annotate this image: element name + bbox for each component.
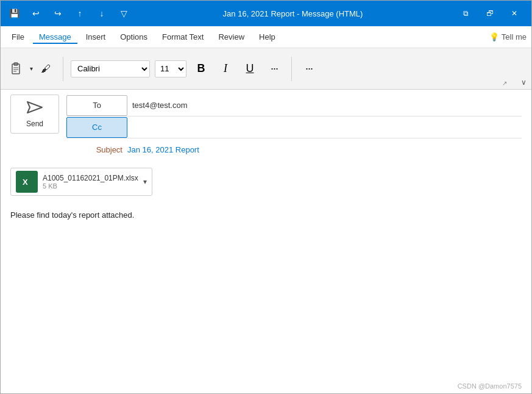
more-formatting-btn[interactable]: ··· bbox=[264, 59, 284, 79]
dropdown-btn[interactable]: ▽ bbox=[115, 5, 132, 22]
svg-text:X: X bbox=[23, 177, 28, 187]
attachment-size: 5 KB bbox=[43, 182, 138, 190]
menu-bar: File Message Insert Options Format Text … bbox=[1, 26, 531, 48]
excel-svg: X bbox=[20, 175, 34, 188]
ribbon-sep-1 bbox=[63, 57, 63, 81]
compose-header: Send To test4@test.com Cc Subject Jan 16… bbox=[1, 90, 531, 160]
restore-btn[interactable]: 🗗 bbox=[478, 1, 502, 26]
send-icon bbox=[26, 101, 43, 114]
subject-value: Jan 16, 2021 Report bbox=[127, 143, 522, 157]
font-size-select[interactable]: 11 bbox=[155, 60, 186, 77]
send-label: Send bbox=[26, 120, 43, 128]
tell-me-label: Tell me bbox=[502, 32, 527, 41]
excel-icon: X bbox=[16, 171, 38, 193]
cc-field-row: Cc bbox=[66, 116, 522, 138]
title-bar: 💾 ↩ ↪ ↑ ↓ ▽ Jan 16, 2021 Report - Messag… bbox=[1, 1, 531, 26]
menu-message[interactable]: Message bbox=[33, 30, 77, 44]
underline-btn[interactable]: U bbox=[240, 59, 260, 79]
maximize-btn[interactable]: ⧉ bbox=[453, 1, 478, 26]
menu-insert[interactable]: Insert bbox=[80, 30, 112, 44]
ribbon: ▾ 🖌 Calibri 11 B I U ··· ··· ↗ ∨ bbox=[1, 48, 531, 90]
tell-me-box[interactable]: 💡 Tell me bbox=[489, 32, 527, 41]
clipboard-btn[interactable] bbox=[5, 58, 26, 80]
bold-btn[interactable]: B bbox=[191, 59, 211, 79]
send-button[interactable]: Send bbox=[10, 95, 59, 134]
attachment-info: A1005_01162021_01PM.xlsx 5 KB bbox=[43, 174, 138, 190]
clipboard-icon bbox=[9, 62, 23, 76]
up-btn[interactable]: ↑ bbox=[71, 5, 88, 22]
watermark: CSDN @Damon7575 bbox=[458, 382, 522, 390]
format-painter-btn[interactable]: 🖌 bbox=[36, 58, 55, 80]
to-field-row: To test4@test.com bbox=[66, 95, 522, 116]
attachment-name: A1005_01162021_01PM.xlsx bbox=[43, 174, 138, 182]
to-button[interactable]: To bbox=[66, 95, 127, 116]
subject-label: Subject bbox=[66, 145, 127, 154]
main-content: Send To test4@test.com Cc Subject Jan 16… bbox=[1, 90, 531, 394]
clipboard-group: ▾ 🖌 bbox=[5, 58, 55, 80]
body-text: Please find today's report attached. bbox=[10, 210, 134, 220]
font-select[interactable]: Calibri bbox=[71, 60, 150, 77]
compose-area: Send To test4@test.com Cc Subject Jan 16… bbox=[1, 90, 531, 394]
svg-marker-5 bbox=[27, 102, 42, 113]
compose-body[interactable]: Please find today's report attached. bbox=[1, 201, 531, 394]
format-indicator: ↗ bbox=[502, 80, 507, 87]
menu-file[interactable]: File bbox=[5, 30, 30, 44]
cc-button[interactable]: Cc bbox=[66, 117, 127, 138]
italic-btn[interactable]: I bbox=[216, 59, 235, 79]
undo-btn[interactable]: ↩ bbox=[27, 5, 44, 22]
menu-help[interactable]: Help bbox=[253, 30, 282, 44]
redo-btn[interactable]: ↪ bbox=[49, 5, 66, 22]
menu-options[interactable]: Options bbox=[114, 30, 154, 44]
extra-options-btn[interactable]: ··· bbox=[299, 59, 319, 79]
ribbon-sep-2 bbox=[291, 57, 292, 81]
menu-format-text[interactable]: Format Text bbox=[156, 30, 210, 44]
window-controls: ⧉ 🗗 ✕ bbox=[453, 1, 527, 26]
window-title: Jan 16, 2021 Report - Message (HTML) bbox=[137, 9, 449, 18]
send-arrow-icon bbox=[26, 101, 43, 117]
save-icon[interactable]: 💾 bbox=[5, 5, 23, 22]
cc-value[interactable] bbox=[132, 125, 522, 130]
clipboard-dropdown[interactable]: ▾ bbox=[27, 58, 35, 80]
menu-review[interactable]: Review bbox=[212, 30, 250, 44]
lightbulb-icon: 💡 bbox=[489, 32, 499, 41]
subject-field-row: Subject Jan 16, 2021 Report bbox=[66, 138, 522, 160]
attachment-chevron-icon[interactable]: ▾ bbox=[143, 177, 147, 186]
ribbon-expand-btn[interactable]: ∨ bbox=[521, 78, 527, 87]
fields-area: To test4@test.com Cc Subject Jan 16, 202… bbox=[66, 95, 522, 160]
close-btn[interactable]: ✕ bbox=[502, 1, 527, 26]
attachment-area: X A1005_01162021_01PM.xlsx 5 KB ▾ bbox=[1, 160, 531, 201]
attachment-chip[interactable]: X A1005_01162021_01PM.xlsx 5 KB ▾ bbox=[10, 168, 152, 196]
to-value: test4@test.com bbox=[132, 98, 522, 112]
down-btn[interactable]: ↓ bbox=[93, 5, 110, 22]
